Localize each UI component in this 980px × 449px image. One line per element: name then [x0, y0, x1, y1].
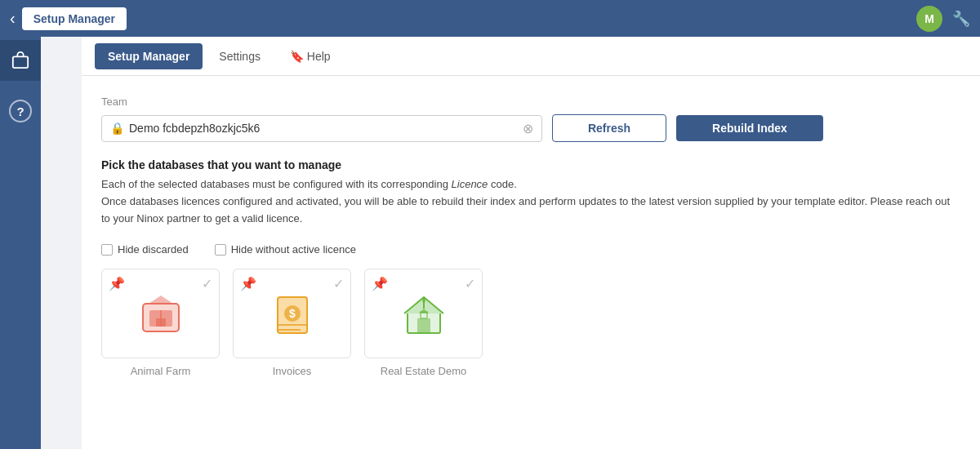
team-input-wrapper: 🔒 ⊗: [101, 115, 542, 142]
team-label: Team: [101, 96, 960, 108]
pick-desc-line1: Each of the selected databases must be c…: [101, 176, 960, 193]
invoices-icon: $: [268, 289, 317, 338]
db-card-invoices[interactable]: 📌 ✓ $ Invoices: [233, 269, 351, 377]
sidebar-icon-bag[interactable]: [0, 40, 41, 81]
pick-desc-line2: Once databases licences configured and a…: [101, 193, 960, 228]
pick-title: Pick the databases that you want to mana…: [101, 158, 960, 171]
tab-bar: Setup Manager Settings 🔖 Help: [82, 37, 980, 76]
pin-icon-realestate: 📌: [372, 276, 388, 291]
team-row: 🔒 ⊗ Refresh Rebuild Index: [101, 114, 960, 142]
lock-icon: 🔒: [110, 122, 124, 135]
real-estate-icon: [399, 289, 448, 338]
svg-rect-5: [156, 318, 166, 327]
tab-setup-manager[interactable]: Setup Manager: [95, 43, 203, 69]
avatar[interactable]: M: [916, 6, 942, 32]
filter-hide-no-licence[interactable]: Hide without active licence: [215, 243, 356, 256]
svg-rect-0: [13, 56, 28, 68]
filter-hide-discarded[interactable]: Hide discarded: [101, 243, 189, 256]
topbar: ‹ Setup Manager M 🔧: [0, 0, 980, 37]
rebuild-index-button[interactable]: Rebuild Index: [676, 115, 823, 141]
help-tab-icon: 🔖: [290, 50, 304, 63]
clear-team-icon[interactable]: ⊗: [523, 121, 533, 136]
svg-rect-13: [417, 318, 430, 333]
card-label-real-estate: Real Estate Demo: [381, 365, 467, 377]
licence-italic: Licence: [452, 178, 488, 190]
wrench-icon[interactable]: 🔧: [952, 10, 970, 28]
filter-row: Hide discarded Hide without active licen…: [101, 243, 960, 256]
refresh-button[interactable]: Refresh: [552, 114, 666, 142]
db-card-animal-farm[interactable]: 📌 ✓ Animal Farm: [101, 269, 220, 377]
pin-icon-animal: 📌: [109, 276, 125, 291]
svg-marker-15: [422, 297, 425, 302]
sidebar-icon-help[interactable]: ?: [0, 91, 41, 131]
card-label-invoices: Invoices: [273, 365, 312, 377]
animal-farm-icon: [136, 289, 185, 338]
card-label-animal-farm: Animal Farm: [131, 365, 191, 377]
check-icon-realestate: ✓: [465, 276, 475, 291]
setup-manager-title-button[interactable]: Setup Manager: [22, 7, 127, 30]
back-button[interactable]: ‹: [10, 9, 16, 28]
pin-icon-invoices: 📌: [240, 276, 256, 291]
checkbox-hide-discarded[interactable]: [101, 244, 113, 256]
content-area: Team 🔒 ⊗ Refresh Rebuild Index Pick the …: [82, 76, 980, 449]
tab-help[interactable]: 🔖 Help: [277, 43, 344, 69]
sidebar: ?: [0, 0, 41, 449]
team-input[interactable]: [129, 122, 518, 135]
tab-settings[interactable]: Settings: [206, 43, 274, 69]
svg-text:$: $: [289, 307, 296, 320]
check-icon-invoices: ✓: [333, 276, 344, 291]
description-block: Pick the databases that you want to mana…: [101, 158, 960, 227]
checkbox-hide-no-licence[interactable]: [215, 244, 226, 256]
check-icon-animal: ✓: [202, 276, 212, 291]
cards-row: 📌 ✓ Animal Farm: [101, 269, 960, 377]
db-card-real-estate[interactable]: 📌 ✓ Real Estate Demo: [364, 269, 483, 377]
